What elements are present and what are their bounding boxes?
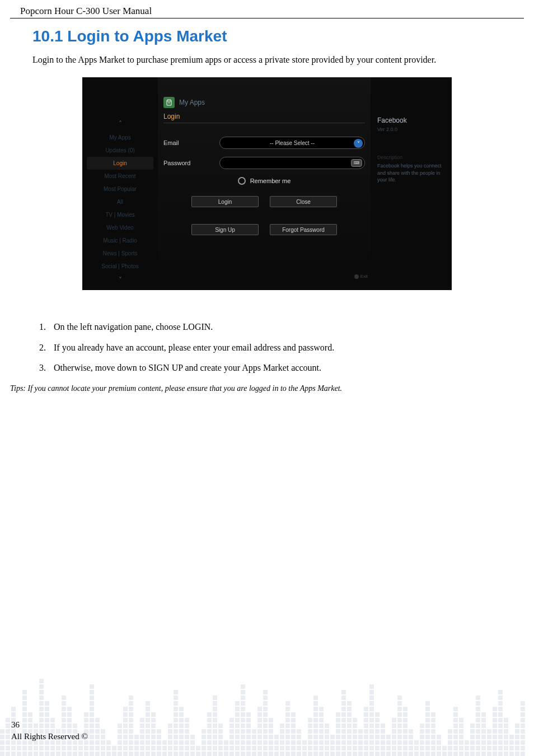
email-select-placeholder: -- Please Select -- xyxy=(270,140,315,146)
tab-bar: My Apps xyxy=(163,97,365,108)
sidebar-item-3[interactable]: Login xyxy=(87,157,153,170)
secondary-button-row: Sign Up Forgot Password xyxy=(163,224,365,235)
main-panel: My Apps Login Email -- Please Select -- … xyxy=(158,77,371,290)
section-number: 10.1 xyxy=(32,27,63,45)
page-footer: 36 All Rights Reserved © xyxy=(11,719,88,743)
sidebar-item-12[interactable]: ˅ xyxy=(87,273,153,287)
sidebar-item-2[interactable]: Updates (0) xyxy=(87,144,153,157)
keyboard-icon: ⌨ xyxy=(351,159,362,167)
sidebar-item-10[interactable]: News | Sports xyxy=(87,247,153,260)
sidebar-item-11[interactable]: Social | Photos xyxy=(87,260,153,273)
sidebar-item-8[interactable]: Web Video xyxy=(87,221,153,234)
remember-row[interactable]: Remember me xyxy=(163,177,365,185)
tips-text: Tips: If you cannot locate your premium … xyxy=(10,384,502,393)
app-name: Facebook xyxy=(377,116,445,124)
sidebar-item-5[interactable]: Most Popular xyxy=(87,183,153,195)
app-description: Facebook helps you connect and share wit… xyxy=(377,162,445,184)
info-panel: Facebook Ver 2.0.0 Description Facebook … xyxy=(371,77,452,290)
sidebar-item-4[interactable]: Most Recent xyxy=(87,170,153,183)
sidebar-item-6[interactable]: All xyxy=(87,195,153,208)
password-label: Password xyxy=(163,160,219,166)
step-2: If you already have an account, please e… xyxy=(48,342,502,354)
password-input[interactable]: ⌨ xyxy=(219,157,365,169)
primary-button-row: Login Close xyxy=(163,196,365,207)
tab-my-apps[interactable]: My Apps xyxy=(179,99,205,106)
chevron-down-icon: ˅ xyxy=(354,139,363,148)
step-1: On the left navigation pane, choose LOGI… xyxy=(48,321,502,333)
step-3: Otherwise, move down to SIGN UP and crea… xyxy=(48,362,502,374)
exit-dot-icon xyxy=(354,274,359,279)
forgot-password-button[interactable]: Forgot Password xyxy=(270,224,337,235)
sidebar: ˄My AppsUpdates (0)LoginMost RecentMost … xyxy=(82,77,158,290)
remember-label: Remember me xyxy=(250,178,291,184)
description-label: Description xyxy=(377,155,445,160)
password-row: Password ⌨ xyxy=(163,157,365,169)
sidebar-item-7[interactable]: TV | Movies xyxy=(87,208,153,221)
app-version: Ver 2.0.0 xyxy=(377,127,445,132)
sidebar-item-1[interactable]: My Apps xyxy=(87,131,153,144)
email-label: Email xyxy=(163,139,219,146)
email-select[interactable]: -- Please Select -- ˅ xyxy=(219,137,365,149)
close-button[interactable]: Close xyxy=(270,196,337,207)
section-intro: Login to the Apps Market to purchase pre… xyxy=(32,53,502,66)
login-panel-title: Login xyxy=(163,113,365,123)
sidebar-item-9[interactable]: Music | Radio xyxy=(87,234,153,247)
page-number: 36 xyxy=(11,719,88,731)
exit-hint: Exit xyxy=(354,274,368,279)
sidebar-item-0[interactable]: ˄ xyxy=(87,116,153,131)
doc-header: Popcorn Hour C-300 User Manual xyxy=(10,0,524,18)
signup-button[interactable]: Sign Up xyxy=(191,224,259,235)
doc-title: Popcorn Hour C-300 User Manual xyxy=(20,6,152,16)
section-heading: 10.1 Login to Apps Market xyxy=(32,27,502,45)
exit-label: Exit xyxy=(360,274,368,279)
email-row: Email -- Please Select -- ˅ xyxy=(163,137,365,149)
section-title-text: Login to Apps Market xyxy=(67,27,227,45)
apps-market-screenshot: ˄My AppsUpdates (0)LoginMost RecentMost … xyxy=(82,77,452,290)
shopping-bag-icon xyxy=(163,97,175,108)
steps-list: On the left navigation pane, choose LOGI… xyxy=(48,321,502,374)
page-content: 10.1 Login to Apps Market Login to the A… xyxy=(0,18,534,393)
login-button[interactable]: Login xyxy=(191,196,259,207)
rights-text: All Rights Reserved © xyxy=(11,731,88,743)
radio-unchecked-icon xyxy=(238,177,246,185)
